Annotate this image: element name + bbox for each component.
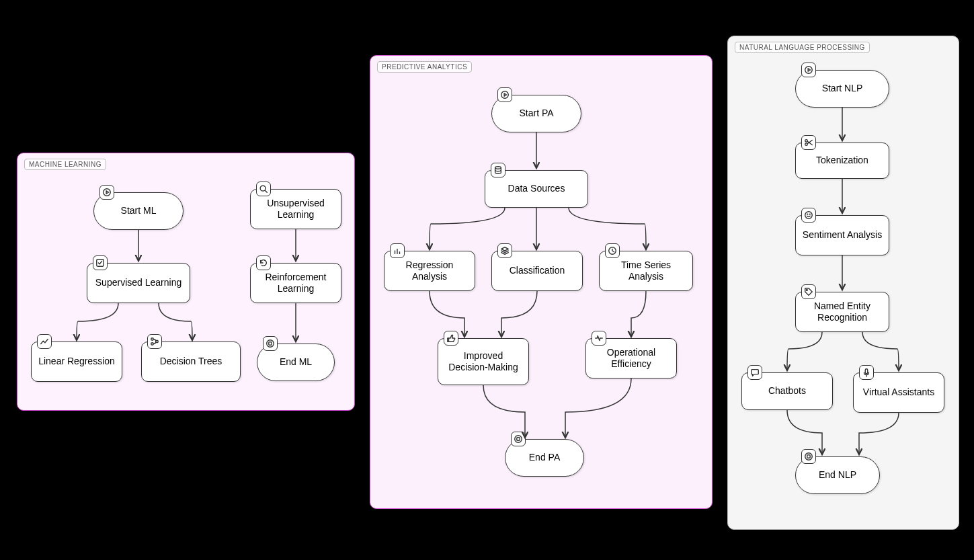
tag-icon: [801, 284, 816, 299]
node-chatbots[interactable]: Chatbots: [741, 372, 833, 410]
node-unsupervised-learning[interactable]: Unsupervised Learning: [250, 189, 341, 229]
node-end-nlp[interactable]: End NLP: [795, 456, 880, 494]
group-machine-learning[interactable]: MACHINE LEARNING Start ML Supervised Lea…: [17, 153, 355, 411]
branch-icon: [147, 334, 162, 349]
node-reinforcement-learning[interactable]: Reinforcement Learning: [250, 263, 341, 303]
node-virtual-assistants[interactable]: Virtual Assistants: [853, 372, 944, 413]
node-label: Classification: [510, 265, 565, 277]
node-label: End NLP: [819, 469, 856, 481]
node-data-sources[interactable]: Data Sources: [485, 170, 588, 208]
node-decision-trees[interactable]: Decision Trees: [141, 342, 241, 382]
node-label: Virtual Assistants: [863, 387, 934, 399]
chat-icon: [747, 365, 762, 380]
play-icon: [801, 63, 816, 77]
stop-icon: [511, 432, 526, 446]
group-label: NATURAL LANGUAGE PROCESSING: [735, 42, 870, 53]
pulse-icon: [592, 331, 606, 346]
scissors-icon: [801, 135, 816, 150]
node-label: End ML: [280, 356, 312, 368]
check-icon: [93, 255, 108, 270]
node-tokenization[interactable]: Tokenization: [795, 143, 889, 179]
node-start-pa[interactable]: Start PA: [491, 95, 581, 132]
node-operational-efficiency[interactable]: Operational Efficiency: [585, 338, 677, 378]
node-regression-analysis[interactable]: Regression Analysis: [384, 251, 475, 291]
clock-icon: [605, 243, 620, 258]
node-label: Linear Regression: [38, 356, 115, 368]
node-end-ml[interactable]: End ML: [257, 344, 335, 381]
smile-icon: [801, 208, 816, 223]
group-predictive-analytics[interactable]: PREDICTIVE ANALYTICS Start PA Data Sourc…: [370, 55, 713, 509]
node-label: Tokenization: [816, 155, 868, 167]
chart-icon: [37, 334, 52, 349]
node-label: Data Sources: [508, 183, 565, 195]
node-label: Supervised Learning: [95, 277, 181, 289]
node-label: Unsupervised Learning: [256, 198, 335, 221]
node-linear-regression[interactable]: Linear Regression: [31, 342, 122, 382]
db-icon: [491, 163, 505, 177]
node-label: Start NLP: [822, 83, 863, 95]
stop-icon: [801, 449, 816, 464]
group-nlp[interactable]: NATURAL LANGUAGE PROCESSING Start NLP To…: [727, 36, 959, 530]
node-ner[interactable]: Named Entity Recognition: [795, 292, 889, 332]
stop-icon: [263, 336, 278, 351]
node-label: Decision Trees: [160, 356, 222, 368]
node-start-nlp[interactable]: Start NLP: [795, 70, 889, 108]
node-label: Time Series Analysis: [605, 259, 687, 283]
node-start-ml[interactable]: Start ML: [93, 192, 184, 230]
group-label: PREDICTIVE ANALYTICS: [377, 61, 472, 73]
node-end-pa[interactable]: End PA: [505, 439, 584, 477]
node-label: Reinforcement Learning: [256, 272, 335, 295]
mic-icon: [859, 365, 874, 380]
play-icon: [497, 87, 512, 102]
node-sentiment-analysis[interactable]: Sentiment Analysis: [795, 215, 889, 255]
thumbs-icon: [444, 331, 458, 346]
diagram-canvas[interactable]: MACHINE LEARNING Start ML Supervised Lea…: [0, 0, 974, 560]
node-time-series[interactable]: Time Series Analysis: [599, 251, 693, 291]
node-improved-decision[interactable]: Improved Decision-Making: [438, 338, 529, 385]
layers-icon: [497, 243, 512, 258]
node-label: Operational Efficiency: [592, 347, 671, 370]
node-label: Start ML: [121, 205, 157, 217]
node-label: Sentiment Analysis: [803, 229, 882, 241]
node-label: Named Entity Recognition: [801, 301, 883, 324]
group-label: MACHINE LEARNING: [24, 159, 106, 170]
node-label: Chatbots: [768, 385, 806, 397]
node-label: Regression Analysis: [390, 259, 469, 283]
node-label: End PA: [529, 452, 560, 464]
node-label: Improved Decision-Making: [444, 350, 523, 374]
refresh-icon: [256, 255, 271, 270]
node-label: Start PA: [519, 108, 553, 120]
node-supervised-learning[interactable]: Supervised Learning: [87, 263, 190, 303]
node-classification[interactable]: Classification: [491, 251, 583, 291]
search-icon: [256, 182, 271, 196]
bars-icon: [390, 243, 405, 258]
play-icon: [99, 185, 114, 200]
